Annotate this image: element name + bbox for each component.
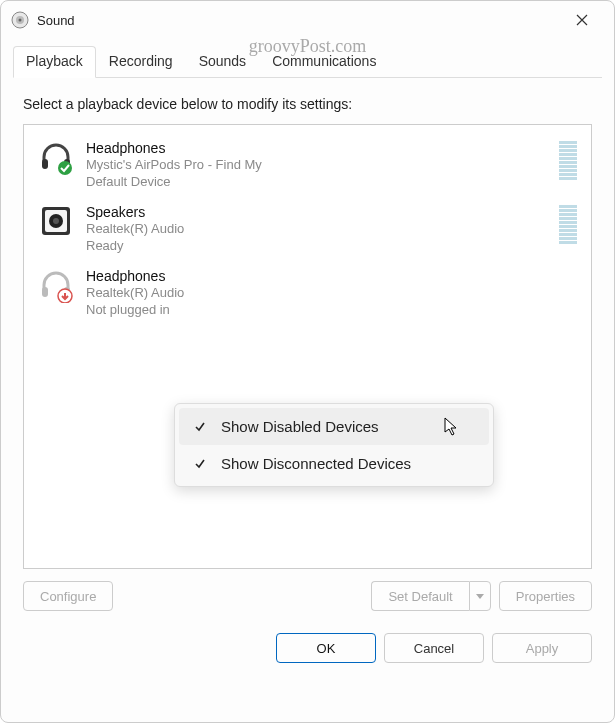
device-list[interactable]: Headphones Mystic's AirPods Pro - Find M… [23, 124, 592, 569]
sound-dialog: Sound groovyPost.com Playback Recording … [0, 0, 615, 723]
set-default-button[interactable]: Set Default [371, 581, 468, 611]
set-default-dropdown[interactable] [469, 581, 491, 611]
check-icon [193, 421, 207, 433]
tab-strip: Playback Recording Sounds Communications [13, 45, 602, 78]
context-menu: Show Disabled Devices Show Disconnected … [174, 403, 494, 487]
device-info: Headphones Mystic's AirPods Pro - Find M… [86, 139, 547, 191]
cursor-icon [444, 417, 460, 441]
menu-item-label: Show Disconnected Devices [221, 455, 411, 472]
tab-recording[interactable]: Recording [96, 46, 186, 78]
tab-communications[interactable]: Communications [259, 46, 389, 78]
device-status: Ready [86, 238, 547, 255]
device-sub: Realtek(R) Audio [86, 221, 547, 238]
device-info: Speakers Realtek(R) Audio Ready [86, 203, 547, 255]
menu-show-disconnected[interactable]: Show Disconnected Devices [179, 445, 489, 482]
menu-item-label: Show Disabled Devices [221, 418, 379, 435]
device-sub: Realtek(R) Audio [86, 285, 577, 302]
device-row[interactable]: Headphones Mystic's AirPods Pro - Find M… [34, 133, 581, 197]
speaker-icon [11, 11, 29, 29]
properties-button[interactable]: Properties [499, 581, 592, 611]
level-meter [559, 139, 577, 180]
chevron-down-icon [476, 594, 484, 599]
instruction-text: Select a playback device below to modify… [23, 96, 592, 112]
device-name: Headphones [86, 267, 577, 285]
apply-button[interactable]: Apply [492, 633, 592, 663]
cancel-button[interactable]: Cancel [384, 633, 484, 663]
dialog-button-row: OK Cancel Apply [1, 623, 614, 677]
svg-point-5 [58, 161, 72, 175]
speakers-icon [38, 203, 74, 239]
headphones-icon [38, 139, 74, 175]
device-button-row: Configure Set Default Properties [23, 581, 592, 611]
tab-content: Select a playback device below to modify… [1, 78, 614, 623]
device-row[interactable]: Speakers Realtek(R) Audio Ready [34, 197, 581, 261]
titlebar: Sound [1, 1, 614, 39]
device-status: Not plugged in [86, 302, 577, 319]
menu-show-disabled[interactable]: Show Disabled Devices [179, 408, 489, 445]
close-button[interactable] [560, 5, 604, 35]
headphones-unplugged-icon [38, 267, 74, 303]
svg-rect-10 [42, 287, 48, 297]
device-info: Headphones Realtek(R) Audio Not plugged … [86, 267, 577, 319]
tab-playback[interactable]: Playback [13, 46, 96, 78]
tab-sounds[interactable]: Sounds [186, 46, 259, 78]
ok-button[interactable]: OK [276, 633, 376, 663]
level-meter [559, 203, 577, 244]
svg-rect-3 [42, 159, 48, 169]
device-name: Headphones [86, 139, 547, 157]
device-sub: Mystic's AirPods Pro - Find My [86, 157, 547, 174]
configure-button[interactable]: Configure [23, 581, 113, 611]
device-status: Default Device [86, 174, 547, 191]
window-title: Sound [37, 13, 75, 28]
device-row[interactable]: Headphones Realtek(R) Audio Not plugged … [34, 261, 581, 325]
svg-point-9 [53, 218, 59, 224]
check-icon [193, 458, 207, 470]
device-name: Speakers [86, 203, 547, 221]
set-default-split: Set Default [371, 581, 490, 611]
svg-point-2 [19, 19, 22, 22]
